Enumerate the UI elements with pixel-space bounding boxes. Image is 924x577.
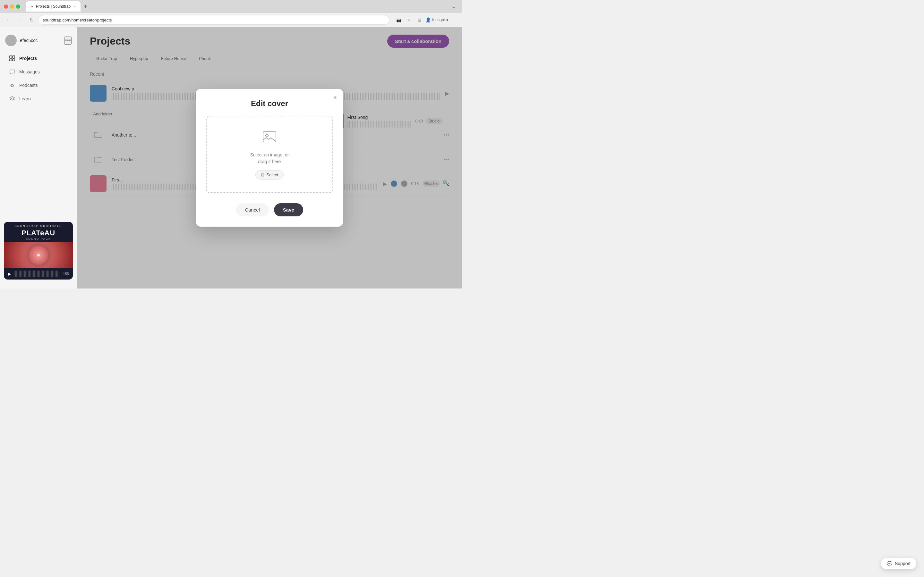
modal-footer: Cancel Save <box>206 203 333 216</box>
back-button[interactable]: ← <box>4 15 13 24</box>
svg-point-6 <box>266 134 268 137</box>
sidebar-item-label: Messages <box>19 69 40 74</box>
sidebar-item-projects[interactable]: Projects <box>3 52 74 65</box>
svg-rect-0 <box>10 56 12 58</box>
save-button[interactable]: Save <box>274 203 303 216</box>
tab-title: Projects | Soundtrap <box>36 4 71 9</box>
upload-area[interactable]: Select an image, or drag it here ⊡ Selec… <box>206 116 333 193</box>
bookmark-icon[interactable]: ☆ <box>405 16 413 24</box>
address-text: soundtrap.com/home/creator/projects <box>43 18 111 23</box>
upload-image-icon <box>262 129 277 148</box>
originals-section-label: SOUNDTRAP ORIGINALS <box>4 222 73 229</box>
camera-off-icon[interactable]: 📷 <box>395 16 403 24</box>
messages-icon <box>9 69 15 75</box>
sidebar-nav: Projects Messages Podcasts Learn <box>0 51 77 218</box>
modal-overlay[interactable]: × Edit cover Select an image, or drag it… <box>77 27 462 288</box>
traffic-lights <box>4 5 20 9</box>
incognito-label: Incognito <box>432 18 448 22</box>
edit-cover-modal: × Edit cover Select an image, or drag it… <box>196 89 343 227</box>
username: efec5ccc <box>20 38 61 43</box>
collapse-button[interactable]: ⌄ <box>450 2 458 11</box>
user-icon: 👤 <box>425 17 431 23</box>
select-label: Select <box>266 172 278 177</box>
sidebar-item-podcasts[interactable]: Podcasts <box>3 79 74 92</box>
browser-nav: ← → ↻ soundtrap.com/home/creator/project… <box>0 13 462 27</box>
minimize-traffic-light[interactable] <box>10 5 14 9</box>
originals-player: ▶ 1:55 <box>4 268 73 279</box>
titlebar: ● Projects | Soundtrap × + ⌄ <box>0 0 462 13</box>
sidebar-item-label: Projects <box>19 56 37 61</box>
projects-icon <box>9 55 15 61</box>
modal-close-button[interactable]: × <box>333 94 337 101</box>
avatar <box>5 35 17 46</box>
sidebar: efec5ccc ••• Projects Messages Podcast <box>0 27 77 288</box>
svg-rect-2 <box>10 59 12 61</box>
forward-button[interactable]: → <box>15 15 24 24</box>
sidebar-item-label: Learn <box>19 96 31 101</box>
sidebar-item-messages[interactable]: Messages <box>3 65 74 78</box>
sidebar-item-learn[interactable]: Learn <box>3 92 74 105</box>
main-content: Projects Start a collaboration Guitar Tr… <box>77 27 462 288</box>
menu-button[interactable]: ⋮ <box>450 16 458 24</box>
new-tab-button[interactable]: + <box>82 3 89 10</box>
user-more-button[interactable]: ••• <box>64 37 71 45</box>
browser-tab[interactable]: ● Projects | Soundtrap × <box>26 1 81 11</box>
sidebar-item-label: Podcasts <box>19 83 38 88</box>
learn-icon <box>9 95 15 102</box>
upload-text: Select an image, or drag it here <box>250 152 289 165</box>
select-image-button[interactable]: ⊡ Select <box>255 170 283 179</box>
svg-rect-3 <box>13 59 15 61</box>
originals-duration: 1:55 <box>62 272 69 276</box>
sidebar-user: efec5ccc ••• <box>0 32 77 51</box>
extension-icon[interactable]: ⊡ <box>415 16 423 24</box>
tab-close-btn[interactable]: × <box>73 5 75 8</box>
svg-rect-1 <box>13 56 15 58</box>
modal-title: Edit cover <box>206 99 333 108</box>
svg-point-4 <box>11 84 13 86</box>
originals-waveform <box>14 271 60 277</box>
soundtrap-originals[interactable]: SOUNDTRAP ORIGINALS PLATeAU SOUND PACK ▶… <box>4 222 73 279</box>
refresh-button[interactable]: ↻ <box>27 15 36 24</box>
maximize-traffic-light[interactable] <box>16 5 20 9</box>
address-bar[interactable]: soundtrap.com/home/creator/projects <box>39 15 389 25</box>
sidebar-bottom: SOUNDTRAP ORIGINALS PLATeAU SOUND PACK ▶… <box>0 218 77 284</box>
tab-bar: ● Projects | Soundtrap × + <box>26 1 447 11</box>
app: efec5ccc ••• Projects Messages Podcast <box>0 27 462 288</box>
originals-subtitle: SOUND PACK <box>4 237 73 242</box>
close-traffic-light[interactable] <box>4 5 8 9</box>
cancel-button[interactable]: Cancel <box>236 203 269 216</box>
select-icon: ⊡ <box>261 172 264 177</box>
podcasts-icon <box>9 82 15 89</box>
originals-album-art <box>4 242 73 268</box>
originals-title: PLATeAU <box>4 229 73 237</box>
incognito-button[interactable]: 👤 Incognito <box>425 17 448 23</box>
originals-play-button[interactable]: ▶ <box>8 271 11 276</box>
nav-actions: 📷 ☆ ⊡ 👤 Incognito ⋮ <box>395 16 458 24</box>
browser-chrome: ● Projects | Soundtrap × + ⌄ ← → ↻ sound… <box>0 0 462 27</box>
svg-rect-5 <box>263 132 276 142</box>
